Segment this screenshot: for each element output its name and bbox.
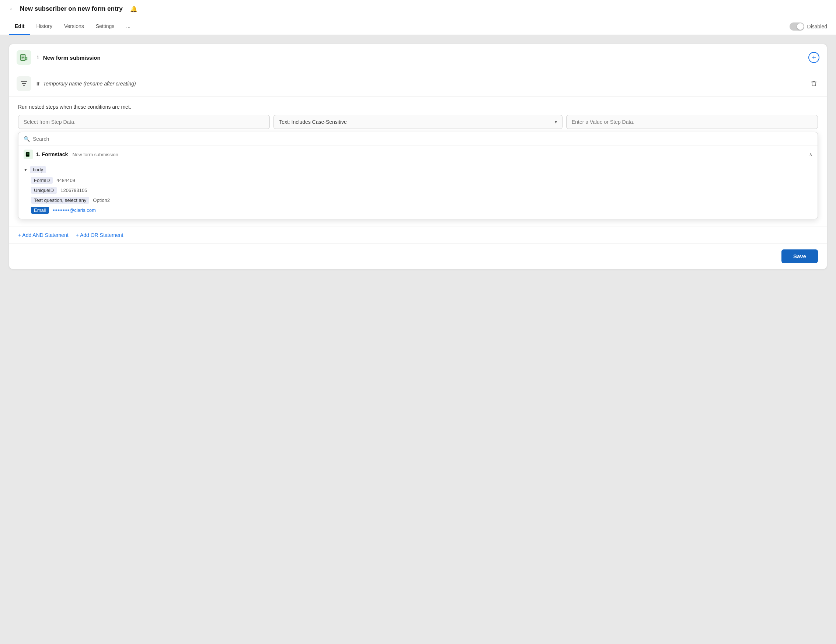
field-key-question: Test question, select any xyxy=(31,197,89,204)
formstack-section-label: 1. Formstack xyxy=(36,152,68,157)
page-title: New subscriber on new form entry xyxy=(20,5,123,13)
dropdown-panel: 🔍 1. Formstack New form submission xyxy=(18,132,818,219)
back-button[interactable]: ← xyxy=(9,5,15,12)
step1-number: 1 xyxy=(36,54,39,60)
data-row-uniqueid[interactable]: UniqueID 1206793105 xyxy=(31,187,812,194)
body-tag[interactable]: ▼ body xyxy=(24,166,46,173)
collapse-icon[interactable]: ∧ xyxy=(809,152,812,157)
add-or-statement-link[interactable]: + Add OR Statement xyxy=(76,232,124,238)
trash-icon-svg xyxy=(811,80,817,87)
field-key-formid: FormID xyxy=(31,177,53,184)
step2-row: If Temporary name (rename after creating… xyxy=(9,71,827,96)
operator-select-wrapper: Text: Includes Case-Sensitive ▼ xyxy=(274,115,562,129)
step2-actions xyxy=(808,78,820,89)
condition-body: Run nested steps when these conditions a… xyxy=(9,96,827,227)
step1-icon xyxy=(16,50,31,65)
field-key-email: Email xyxy=(31,207,49,214)
field-value-email: ••••••••••@claris.com xyxy=(53,207,96,213)
add-and-statement-link[interactable]: + Add AND Statement xyxy=(18,232,69,238)
step1-title: New form submission xyxy=(43,54,101,61)
add-step-button[interactable]: + xyxy=(808,52,820,63)
save-button[interactable]: Save xyxy=(781,249,818,263)
formstack-section-icon xyxy=(24,150,33,159)
workflow-card: 1 New form submission + If Temporary nam… xyxy=(9,44,827,269)
dropdown-search-bar: 🔍 xyxy=(18,132,818,146)
step2-name: Temporary name (rename after creating) xyxy=(43,81,136,86)
tabs-bar: Edit History Versions Settings ... Disab… xyxy=(0,18,836,35)
toggle-container: Disabled xyxy=(790,23,827,31)
tab-settings[interactable]: Settings xyxy=(90,18,121,35)
field-value-formid: 4484409 xyxy=(56,178,75,183)
condition-inputs: Text: Includes Case-Sensitive ▼ xyxy=(18,115,818,129)
formstack-icon-svg xyxy=(20,54,28,62)
tab-history[interactable]: History xyxy=(30,18,58,35)
data-items: FormID 4484409 UniqueID 1206793105 Test … xyxy=(24,177,812,214)
value-input[interactable] xyxy=(566,115,818,129)
condition-description: Run nested steps when these conditions a… xyxy=(18,104,818,110)
step1-actions: + xyxy=(808,52,820,63)
tabs-right: Disabled xyxy=(790,23,827,31)
tab-more[interactable]: ... xyxy=(120,18,136,35)
data-row-email[interactable]: Email ••••••••••@claris.com xyxy=(31,207,812,214)
operator-select[interactable]: Text: Includes Case-Sensitive xyxy=(274,115,562,129)
filter-icon-svg xyxy=(20,80,28,88)
statement-links: + Add AND Statement + Add OR Statement xyxy=(9,227,827,243)
data-row-formid[interactable]: FormID 4484409 xyxy=(31,177,812,184)
field-key-uniqueid: UniqueID xyxy=(31,187,57,194)
disabled-toggle[interactable] xyxy=(790,23,804,31)
step-data-input[interactable] xyxy=(18,115,270,129)
toggle-label: Disabled xyxy=(807,24,827,29)
search-icon: 🔍 xyxy=(24,136,30,142)
body-chevron-icon: ▼ xyxy=(24,168,28,172)
bell-icon[interactable]: 🔔 xyxy=(130,5,137,13)
field-value-uniqueid: 1206793105 xyxy=(60,187,87,193)
top-bar: ← New subscriber on new form entry 🔔 xyxy=(0,0,836,18)
delete-step-button[interactable] xyxy=(808,78,820,89)
tab-edit[interactable]: Edit xyxy=(9,18,30,35)
step1-row: 1 New form submission + xyxy=(9,44,827,71)
main-content: 1 New form submission + If Temporary nam… xyxy=(0,35,836,278)
data-row-question[interactable]: Test question, select any Option2 xyxy=(31,197,812,204)
formstack-section-header[interactable]: 1. Formstack New form submission ∧ xyxy=(18,146,818,163)
card-footer: Save xyxy=(9,243,827,269)
field-value-question: Option2 xyxy=(93,197,110,203)
if-badge: If xyxy=(36,81,39,86)
body-label: body xyxy=(30,166,46,173)
formstack-section-sublabel: New form submission xyxy=(72,152,118,157)
dropdown-search-input[interactable] xyxy=(33,136,812,142)
formstack-small-icon xyxy=(25,152,31,157)
step2-icon xyxy=(16,76,31,91)
tab-versions[interactable]: Versions xyxy=(58,18,90,35)
data-tree: ▼ body FormID 4484409 UniqueID 120679310… xyxy=(18,163,818,219)
